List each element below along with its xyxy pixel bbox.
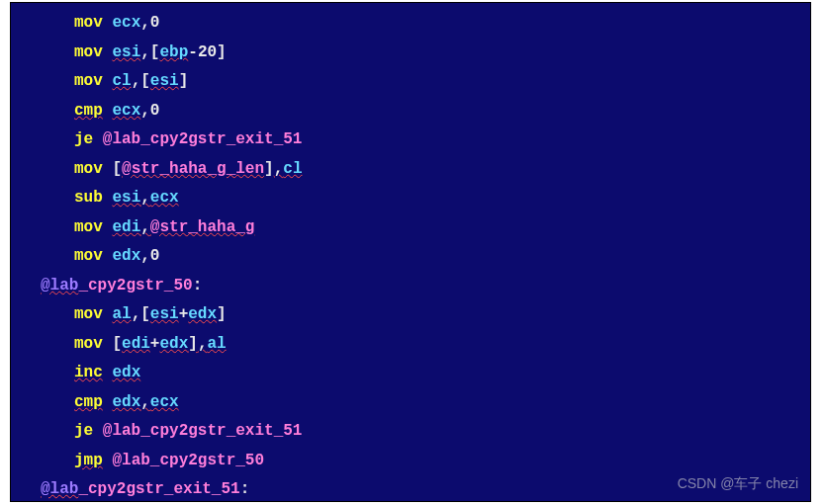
comma: ,: [140, 189, 150, 207]
code-line: mov esi,[ebp-20]: [11, 39, 810, 68]
reg-cl: cl: [112, 72, 131, 90]
code-line: mov al,[esi+edx]: [11, 300, 810, 330]
comma: ,: [140, 393, 150, 411]
keyword-mov: mov: [74, 160, 103, 178]
code-line: sub esi,ecx: [11, 184, 810, 213]
label-prefix: @lab: [41, 480, 78, 498]
reg-esi: esi: [112, 189, 140, 207]
comma: ,: [132, 72, 141, 90]
reg-esi: esi: [150, 305, 179, 323]
comma: ,: [132, 305, 141, 323]
num-20: 20: [198, 43, 217, 61]
label-loop50: @lab_cpy2gstr_50: [112, 452, 264, 469]
code-line: je @lab_cpy2gstr_exit_51: [11, 126, 810, 155]
plus: +: [150, 335, 160, 353]
reg-ecx: ecx: [150, 189, 179, 207]
label-str-haha-g: @str_haha_g: [150, 218, 255, 236]
code-line: cmp edx,ecx: [11, 388, 810, 418]
colon: :: [193, 277, 203, 294]
keyword-cmp: cmp: [74, 393, 103, 411]
code-line: mov edi,@str_haha_g: [11, 213, 810, 243]
reg-al: al: [112, 305, 131, 323]
code-line: je @lab_cpy2gstr_exit_51: [11, 417, 810, 447]
reg-edx: edx: [188, 305, 217, 323]
comma: ,: [140, 247, 150, 265]
reg-edx: edx: [112, 364, 140, 381]
num-0: 0: [150, 102, 160, 120]
keyword-je: je: [74, 422, 93, 440]
code-line: mov edx,0: [11, 242, 810, 272]
keyword-mov: mov: [74, 14, 103, 32]
reg-ebp: ebp: [159, 43, 188, 61]
code-line: mov cl,[esi]: [11, 67, 810, 97]
label-exit51: @lab_cpy2gstr_exit_51: [103, 422, 303, 440]
rbracket: ]: [217, 43, 227, 61]
reg-ecx: ecx: [112, 102, 140, 120]
reg-edx: edx: [112, 247, 140, 265]
keyword-mov: mov: [74, 72, 103, 90]
reg-al: al: [207, 335, 226, 353]
comma: ,: [140, 14, 150, 32]
label-prefix: @lab: [41, 277, 78, 294]
code-editor-pane: mov ecx,0 mov esi,[ebp-20] mov cl,[esi] …: [10, 2, 811, 502]
lbracket: [: [112, 335, 122, 353]
keyword-inc: inc: [74, 364, 103, 381]
num-0: 0: [150, 14, 160, 32]
lbracket: [: [112, 160, 122, 178]
lbracket: [: [140, 72, 150, 90]
comma: ,: [140, 218, 150, 236]
keyword-je: je: [74, 130, 93, 148]
keyword-mov: mov: [74, 305, 103, 323]
reg-ecx: ecx: [150, 393, 179, 411]
reg-edx: edx: [159, 335, 188, 353]
keyword-mov: mov: [74, 247, 103, 265]
code-line-label: @lab_cpy2gstr_50:: [11, 272, 810, 301]
colon: :: [240, 480, 250, 498]
code-line: mov ecx,0: [11, 9, 810, 39]
keyword-mov: mov: [74, 335, 103, 353]
reg-esi: esi: [150, 72, 179, 90]
comma: ,: [274, 160, 284, 178]
minus: -: [188, 43, 198, 61]
keyword-sub: sub: [74, 189, 103, 207]
rbracket: ]: [179, 72, 189, 90]
watermark: CSDN @车子 chezi: [678, 475, 798, 493]
code-line: mov [@str_haha_g_len],cl: [11, 155, 810, 185]
rbracket: ]: [264, 160, 274, 178]
reg-ecx: ecx: [112, 14, 140, 32]
reg-esi: esi: [112, 43, 140, 61]
reg-edi: edi: [112, 218, 140, 236]
rbracket: ]: [188, 335, 198, 353]
label-exit51: _cpy2gstr_exit_51: [78, 480, 239, 498]
lbracket: [: [140, 305, 150, 323]
code-line: inc edx: [11, 359, 810, 388]
comma: ,: [140, 43, 150, 61]
comma: ,: [140, 102, 150, 120]
code-line: cmp ecx,0: [11, 97, 810, 126]
keyword-cmp: cmp: [74, 102, 103, 120]
label-loop50: _cpy2gstr_50: [78, 277, 192, 294]
keyword-mov: mov: [74, 43, 103, 61]
label-exit51: @lab_cpy2gstr_exit_51: [103, 130, 303, 148]
plus: +: [179, 305, 189, 323]
rbracket: ]: [217, 305, 227, 323]
num-0: 0: [150, 247, 160, 265]
lbracket: [: [150, 43, 160, 61]
reg-cl: cl: [283, 160, 302, 178]
keyword-mov: mov: [74, 218, 103, 236]
code-line: mov [edi+edx],al: [11, 330, 810, 360]
keyword-jmp: jmp: [74, 452, 103, 469]
reg-edi: edi: [122, 335, 150, 353]
code-line: jmp @lab_cpy2gstr_50: [11, 447, 810, 476]
label-str-haha-len: @str_haha_g_len: [122, 160, 264, 178]
reg-edx: edx: [112, 393, 140, 411]
